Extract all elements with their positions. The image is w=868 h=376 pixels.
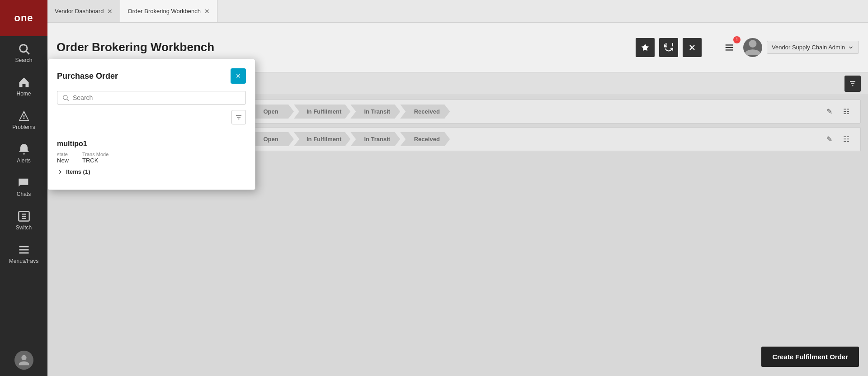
filter-button[interactable] xyxy=(844,76,861,92)
header-actions: 1 Vendor Supply Chain Admin xyxy=(636,38,859,57)
popup-header: Purchase Order × xyxy=(57,68,246,84)
svg-line-18 xyxy=(67,99,69,101)
tab-close-vendor[interactable]: ✕ xyxy=(107,8,113,15)
sidebar-item-label: Switch xyxy=(16,224,32,231)
sort-button[interactable] xyxy=(231,110,246,124)
switch-icon xyxy=(18,210,30,223)
step-in-transit[interactable]: In Transit xyxy=(350,132,400,146)
hamburger-icon xyxy=(724,43,734,52)
sidebar-item-alerts[interactable]: Alerts xyxy=(0,137,47,170)
step-in-fulfilment[interactable]: In Fulfilment xyxy=(294,132,350,146)
row-actions: ✎ ☷ xyxy=(822,133,853,146)
sort-icon xyxy=(235,114,242,121)
sidebar-item-chats[interactable]: Chats xyxy=(0,170,47,204)
sidebar-item-search[interactable]: Search xyxy=(0,36,47,70)
home-icon xyxy=(18,76,30,89)
grid-button[interactable]: ☷ xyxy=(840,133,853,146)
chat-icon xyxy=(18,176,30,189)
po-trans-mode-field: Trans Mode TRCK xyxy=(82,152,108,164)
bell-icon xyxy=(18,143,30,156)
app-logo: one xyxy=(0,0,47,36)
close-button[interactable] xyxy=(683,38,702,57)
step-received[interactable]: Received xyxy=(400,132,450,146)
refresh-button[interactable] xyxy=(659,38,678,57)
svg-line-1 xyxy=(26,51,29,54)
page-title: Order Brokering Workbench xyxy=(57,40,636,54)
status-pipeline: New Open In Fulfilment In Transit Receiv… xyxy=(194,105,815,119)
edit-button[interactable]: ✎ xyxy=(822,133,836,146)
create-fulfilment-button[interactable]: Create Fulfilment Order xyxy=(761,347,859,367)
po-card: multipo1 state New Trans Mode TRCK Items… xyxy=(57,134,246,181)
notification-badge: 1 xyxy=(733,36,741,43)
popup-title: Purchase Order xyxy=(57,71,118,81)
grid-button[interactable]: ☷ xyxy=(840,105,853,119)
chevron-down-icon xyxy=(848,44,854,51)
star-icon xyxy=(641,43,650,52)
sidebar: one Search Home Problems Alerts Chats xyxy=(0,0,47,376)
menu-button[interactable]: 1 xyxy=(720,38,739,57)
po-state-field: state New xyxy=(57,152,69,164)
sidebar-item-problems[interactable]: Problems xyxy=(0,103,47,137)
purchase-order-popup: Purchase Order × multipo1 state New Tran… xyxy=(47,59,255,190)
user-profile[interactable] xyxy=(0,344,47,376)
menu-icon xyxy=(18,243,30,256)
edit-button[interactable]: ✎ xyxy=(822,105,836,119)
step-in-transit[interactable]: In Transit xyxy=(350,105,400,119)
step-in-fulfilment[interactable]: In Fulfilment xyxy=(294,105,350,119)
sidebar-item-switch[interactable]: Switch xyxy=(0,204,47,237)
sidebar-item-label: Chats xyxy=(17,191,31,197)
sidebar-item-menus[interactable]: Menus/Favs xyxy=(0,237,47,271)
chevron-right-icon xyxy=(57,169,63,175)
sidebar-item-label: Problems xyxy=(12,124,35,130)
tab-order-brokering[interactable]: Order Brokering Workbench ✕ xyxy=(120,0,217,22)
sidebar-item-label: Search xyxy=(15,57,32,63)
po-fields: state New Trans Mode TRCK xyxy=(57,152,246,164)
filter-icon xyxy=(849,80,857,88)
po-name: multipo1 xyxy=(57,140,246,148)
sidebar-item-label: Menus/Favs xyxy=(9,258,38,264)
user-avatar xyxy=(743,38,762,57)
sidebar-item-label: Home xyxy=(16,90,31,97)
items-label: Items (1) xyxy=(66,168,90,175)
sidebar-item-home[interactable]: Home xyxy=(0,70,47,103)
topbar: Vendor Dashboard ✕ Order Brokering Workb… xyxy=(47,0,868,23)
tab-label: Vendor Dashboard xyxy=(55,8,104,14)
tab-vendor-dashboard[interactable]: Vendor Dashboard ✕ xyxy=(47,0,120,22)
search-icon xyxy=(18,43,30,55)
avatar xyxy=(14,351,33,370)
tab-label: Order Brokering Workbench xyxy=(127,8,201,14)
user-name: Vendor Supply Chain Admin xyxy=(772,44,845,51)
search-icon xyxy=(62,94,69,101)
step-received[interactable]: Received xyxy=(400,105,450,119)
tab-close-order[interactable]: ✕ xyxy=(204,8,210,15)
svg-point-0 xyxy=(19,45,27,52)
warning-icon xyxy=(18,109,30,122)
items-toggle[interactable]: Items (1) xyxy=(57,168,246,175)
close-icon xyxy=(688,43,697,52)
svg-point-17 xyxy=(63,95,67,100)
search-box xyxy=(57,91,246,105)
sidebar-item-label: Alerts xyxy=(17,157,31,164)
search-input[interactable] xyxy=(69,94,241,101)
status-pipeline: New Open In Fulfilment In Transit Receiv… xyxy=(194,132,815,146)
user-dropdown[interactable]: Vendor Supply Chain Admin xyxy=(767,41,859,54)
row-actions: ✎ ☷ xyxy=(822,105,853,119)
refresh-icon xyxy=(664,43,673,52)
popup-close-button[interactable]: × xyxy=(231,68,246,84)
star-button[interactable] xyxy=(636,38,655,57)
